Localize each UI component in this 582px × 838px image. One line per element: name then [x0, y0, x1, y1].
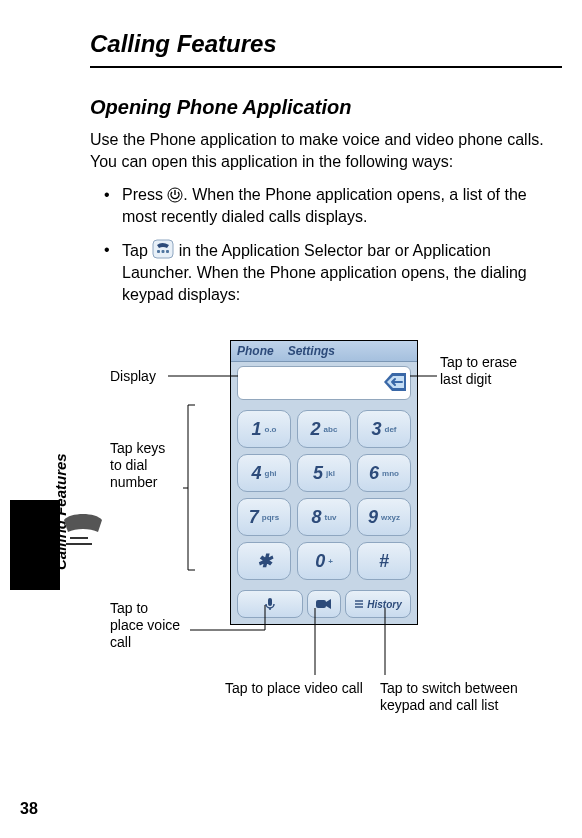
voice-call-button[interactable] — [237, 590, 303, 618]
callout-keys: Tap keys to dial number — [110, 440, 180, 490]
svg-rect-3 — [157, 250, 160, 253]
bullet-list: Press . When the Phone application opens… — [90, 184, 562, 305]
erase-icon[interactable] — [384, 373, 406, 395]
bullet-2: Tap in the Application Selector bar or A… — [108, 239, 562, 305]
callout-video: Tap to place video call — [225, 680, 365, 697]
callout-display: Display — [110, 368, 170, 385]
key-4[interactable]: 4ghi — [237, 454, 291, 492]
key-1[interactable]: 1o.o — [237, 410, 291, 448]
svg-rect-2 — [153, 240, 173, 258]
number-display — [237, 366, 411, 400]
bullet-2-text-b: in the Application Selector bar or Appli… — [122, 242, 527, 302]
history-label: History — [367, 599, 401, 610]
bullet-2-text-a: Tap — [122, 242, 152, 259]
bullet-1-text-a: Press — [122, 186, 167, 203]
side-black-tab — [10, 500, 60, 590]
menu-bar: Phone Settings — [231, 341, 417, 362]
phone-screen: Phone Settings 1o.o 2abc 3def 4ghi 5jkl … — [230, 340, 418, 625]
figure-dial-keypad: Phone Settings 1o.o 2abc 3def 4ghi 5jkl … — [110, 340, 570, 770]
key-5[interactable]: 5jkl — [297, 454, 351, 492]
bullet-1-text-b: . When the Phone application opens, a li… — [122, 186, 527, 225]
phone-app-icon — [152, 239, 174, 259]
svg-rect-6 — [268, 598, 272, 606]
menu-item-settings[interactable]: Settings — [288, 344, 335, 358]
key-8[interactable]: 8tuv — [297, 498, 351, 536]
key-hash[interactable]: # — [357, 542, 411, 580]
page-number: 38 — [20, 800, 38, 818]
callout-voice: Tap to place voice call — [110, 600, 185, 650]
key-6[interactable]: 6mno — [357, 454, 411, 492]
key-0[interactable]: 0+ — [297, 542, 351, 580]
bottom-bar: History — [231, 586, 417, 624]
key-2[interactable]: 2abc — [297, 410, 351, 448]
side-phone-icon — [60, 510, 106, 582]
callout-erase: Tap to erase last digit — [440, 354, 520, 388]
keypad: 1o.o 2abc 3def 4ghi 5jkl 6mno 7pqrs 8tuv… — [231, 404, 417, 586]
key-7[interactable]: 7pqrs — [237, 498, 291, 536]
video-call-button[interactable] — [307, 590, 341, 618]
svg-rect-8 — [316, 600, 326, 608]
history-button[interactable]: History — [345, 590, 411, 618]
section-title: Opening Phone Application — [90, 96, 562, 119]
title-rule — [90, 66, 562, 68]
key-9[interactable]: 9wxyz — [357, 498, 411, 536]
chapter-title: Calling Features — [90, 30, 562, 58]
intro-text: Use the Phone application to make voice … — [90, 129, 562, 172]
bullet-1: Press . When the Phone application opens… — [108, 184, 562, 227]
key-star[interactable]: ✱ — [237, 542, 291, 580]
svg-rect-4 — [162, 250, 165, 253]
callout-history: Tap to switch between keypad and call li… — [380, 680, 550, 714]
key-3[interactable]: 3def — [357, 410, 411, 448]
menu-item-phone[interactable]: Phone — [237, 344, 274, 358]
svg-rect-5 — [166, 250, 169, 253]
power-key-icon — [167, 187, 183, 203]
